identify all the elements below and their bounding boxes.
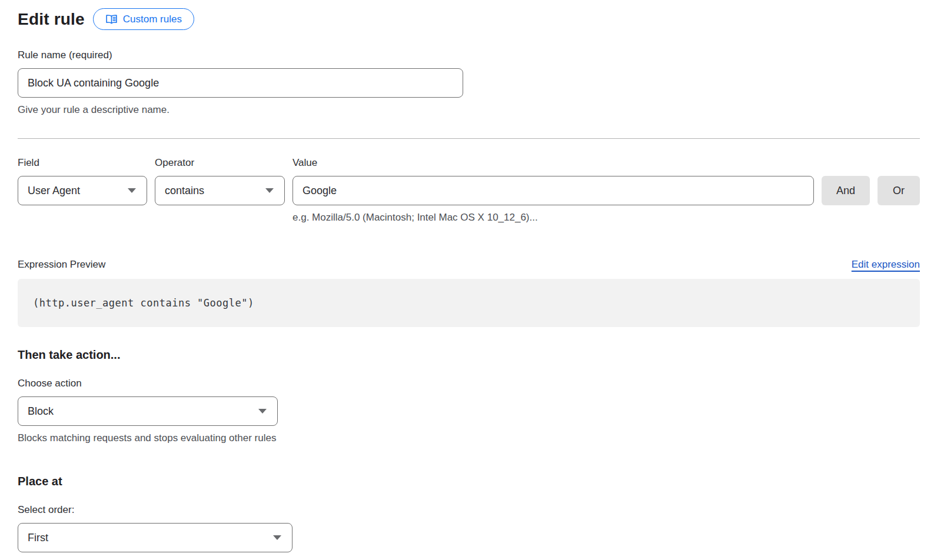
operator-select-value: contains: [165, 185, 204, 197]
or-button[interactable]: Or: [878, 176, 920, 205]
placement-section: Place at Select order: First: [18, 475, 920, 552]
action-section: Then take action... Choose action Block …: [18, 348, 920, 445]
page-header: Edit rule Custom rules: [18, 8, 920, 30]
action-helper: Blocks matching requests and stops evalu…: [18, 431, 920, 445]
edit-expression-link[interactable]: Edit expression: [852, 259, 920, 271]
section-divider: [18, 138, 920, 139]
field-select[interactable]: User Agent: [18, 176, 147, 205]
book-icon: [105, 14, 118, 24]
value-helper: e.g. Mozilla/5.0 (Macintosh; Intel Mac O…: [293, 211, 814, 225]
field-label: Field: [18, 155, 147, 171]
value-label: Value: [293, 155, 814, 171]
expression-code: (http.user_agent contains "Google"): [33, 297, 254, 309]
chevron-down-icon: [258, 409, 267, 414]
action-select[interactable]: Block: [18, 396, 278, 426]
chevron-down-icon: [273, 535, 281, 540]
operator-label: Operator: [155, 155, 285, 171]
chevron-down-icon: [128, 188, 136, 193]
expression-head: Expression Preview Edit expression: [18, 259, 920, 271]
rule-name-input[interactable]: [18, 68, 463, 98]
page-title: Edit rule: [18, 10, 85, 29]
custom-rules-label: Custom rules: [123, 14, 182, 25]
action-heading: Then take action...: [18, 348, 920, 362]
chevron-down-icon: [265, 188, 274, 193]
action-select-value: Block: [28, 405, 54, 418]
order-select-value: First: [28, 532, 48, 544]
select-order-label: Select order:: [18, 502, 920, 518]
order-select[interactable]: First: [18, 523, 293, 552]
operator-column: Operator contains: [155, 155, 285, 205]
rule-name-helper: Give your rule a descriptive name.: [18, 103, 920, 117]
field-column: Field User Agent: [18, 155, 147, 205]
and-button[interactable]: And: [822, 176, 870, 205]
value-column: Value e.g. Mozilla/5.0 (Macintosh; Intel…: [293, 155, 814, 225]
expression-preview-box: (http.user_agent contains "Google"): [18, 279, 920, 327]
value-input[interactable]: [293, 176, 814, 205]
field-select-value: User Agent: [28, 185, 80, 197]
expression-preview-label: Expression Preview: [18, 259, 105, 271]
custom-rules-button[interactable]: Custom rules: [93, 8, 194, 30]
operator-select[interactable]: contains: [155, 176, 285, 205]
choose-action-label: Choose action: [18, 376, 920, 391]
rule-name-section: Rule name (required) Give your rule a de…: [18, 48, 920, 117]
condition-builder-row: Field User Agent Operator contains Value…: [18, 155, 920, 225]
place-at-heading: Place at: [18, 475, 920, 488]
rule-name-label: Rule name (required): [18, 48, 920, 63]
edit-rule-page: Edit rule Custom rules Rule name (requir…: [0, 0, 934, 552]
expression-section: Expression Preview Edit expression (http…: [18, 259, 920, 327]
